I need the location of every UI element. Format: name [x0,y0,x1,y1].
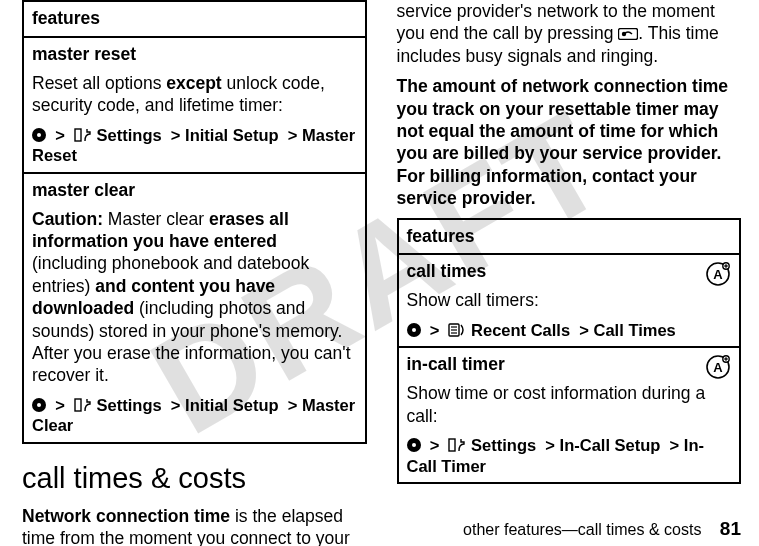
text: Reset all options [32,73,166,93]
center-key-icon [407,323,421,337]
master-clear-body: Caution: Master clear erases all informa… [32,208,357,387]
settings-icon [448,438,466,452]
master-reset-body: Reset all options except unlock code, se… [32,72,357,117]
svg-rect-18 [449,439,455,451]
master-clear-cell: master clear Caution: Master clear erase… [23,173,366,443]
nav-item: Initial Setup [185,126,279,144]
availability-icon: A [705,261,731,287]
chevron-icon: > [670,436,680,454]
right-column: service provider's network to the moment… [397,0,742,546]
master-reset-nav: > Settings > Initial Setup > Master Rese… [32,125,357,166]
chevron-icon: > [545,436,555,454]
svg-rect-1 [75,399,81,411]
caution-label: Caution: [32,209,103,229]
chevron-icon: > [55,396,65,414]
center-key-icon [32,128,46,142]
incall-timer-nav: > Settings > In-Call Setup > In-Call Tim… [407,435,732,476]
billing-para: The amount of network connection time yo… [397,75,742,209]
text: Master clear [103,209,209,229]
left-column: features master reset Reset all options … [22,0,367,546]
incall-timer-body: Show time or cost information during a c… [407,382,732,427]
center-key-icon [32,398,46,412]
call-times-nav: > Recent Calls > Call Times [407,320,732,341]
recent-calls-icon [448,323,466,337]
chevron-icon: > [55,126,65,144]
nav-item: Settings [97,396,162,414]
svg-text:A: A [713,360,723,375]
nav-item: In-Call Setup [560,436,661,454]
incall-timer-cell: A in-call timer Show time or cost inform… [398,347,741,483]
continuation-para: service provider's network to the moment… [397,0,742,67]
chevron-icon: > [579,321,589,339]
network-connection-para: Network connection time is the elapsed t… [22,505,367,546]
chevron-icon: > [430,321,440,339]
chevron-icon: > [171,126,181,144]
features-table-left: features master reset Reset all options … [22,0,367,444]
nav-item: Call Times [594,321,676,339]
features-header: features [398,219,741,255]
section-heading: call times & costs [22,462,367,495]
chevron-icon: > [288,396,298,414]
nav-item: Settings [471,436,536,454]
master-clear-nav: > Settings > Initial Setup > Master Clea… [32,395,357,436]
end-key-icon [618,28,638,40]
master-reset-cell: master reset Reset all options except un… [23,37,366,173]
svg-text:A: A [713,267,723,282]
text-bold: except [166,73,221,93]
svg-rect-0 [75,129,81,141]
features-table-right: features A call times Show call timers: … [397,218,742,485]
chevron-icon: > [171,396,181,414]
call-times-cell: A call times Show call timers: > Recent … [398,254,741,347]
nav-item: Initial Setup [185,396,279,414]
call-times-title: call times [407,261,732,283]
center-key-icon [407,438,421,452]
incall-timer-title: in-call timer [407,354,732,376]
text-bold: The amount of network connection time yo… [397,76,729,208]
features-header: features [23,1,366,37]
master-clear-title: master clear [32,180,357,202]
nav-item: Settings [97,126,162,144]
svg-rect-2 [619,29,638,40]
master-reset-title: master reset [32,44,357,66]
settings-icon [74,128,92,142]
chevron-icon: > [430,436,440,454]
availability-icon: A [705,354,731,380]
chevron-icon: > [288,126,298,144]
text-bold: Network connection time [22,506,230,526]
settings-icon [74,398,92,412]
call-times-body: Show call timers: [407,289,732,311]
nav-item: Recent Calls [471,321,570,339]
